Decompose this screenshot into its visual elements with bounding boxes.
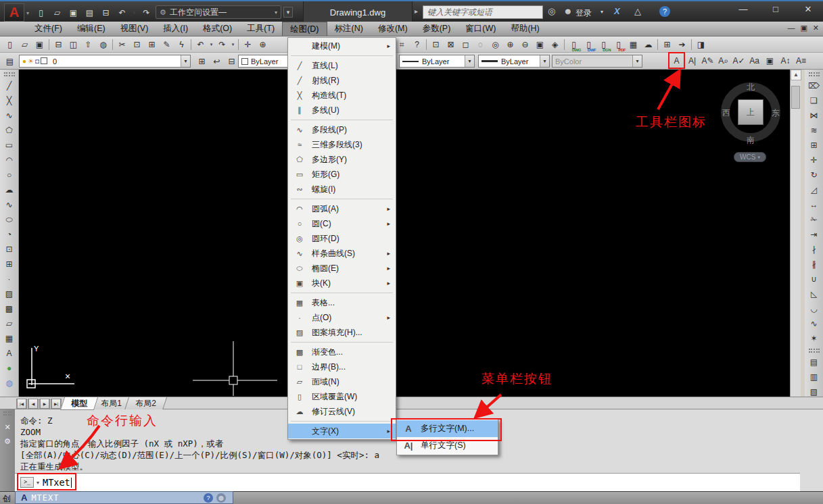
menu-tools[interactable]: 工具(T) <box>239 22 282 36</box>
tab-last-icon[interactable]: ▶| <box>51 399 62 409</box>
tab-layout2[interactable]: 布局2 <box>124 397 167 410</box>
menu-item-ellipse[interactable]: ⬭ 椭圆(E) <box>288 261 396 276</box>
export-dgn-icon[interactable]: ▯DGN <box>596 37 611 51</box>
send-to-back-icon[interactable]: ▥ <box>807 370 822 384</box>
spell-check-icon[interactable]: A✓ <box>732 53 746 68</box>
qat-save-icon[interactable]: ▣ <box>66 5 80 20</box>
zoom-scale-icon[interactable]: ◻ <box>458 37 473 51</box>
zoom-in-icon[interactable]: ⊕ <box>503 37 517 51</box>
tab-first-icon[interactable]: |◀ <box>16 399 27 409</box>
bring-to-front-icon[interactable]: ▤ <box>807 355 822 370</box>
find-text-icon[interactable]: A⌕ <box>716 53 730 68</box>
publish-icon[interactable]: ⇧ <box>81 37 95 51</box>
plot-preview-icon[interactable]: ◫ <box>66 37 80 51</box>
menu-item-rectangle[interactable]: ▭ 矩形(G) <box>288 167 396 182</box>
sign-in-button[interactable]: 登录 <box>575 7 592 19</box>
cut-icon[interactable]: ✂ <box>115 37 129 51</box>
toolbar-grip[interactable] <box>809 72 820 76</box>
arc-icon[interactable]: ◠ <box>2 153 17 168</box>
zoom-window-icon[interactable]: ⊡ <box>429 37 443 51</box>
layer-isolate-icon[interactable]: ⊟ <box>225 54 239 68</box>
fillet-icon[interactable]: ◡ <box>807 301 822 316</box>
help-icon[interactable]: ? <box>659 6 670 17</box>
menu-item-line[interactable]: ╱ 直线(L) <box>288 58 396 73</box>
zoom-extents-icon[interactable]: ◈ <box>548 37 562 51</box>
workspace-dropdown[interactable]: ⚙ 工作空间设置— ▾ <box>156 5 281 19</box>
menu-item-boundary[interactable]: □ 边界(B)... <box>288 359 396 374</box>
viewcube-north[interactable]: 北 <box>747 82 755 93</box>
menu-item-ray[interactable]: ╱ 射线(R) <box>288 73 396 88</box>
app-menu-dropdown-icon[interactable]: ▾ <box>26 10 29 16</box>
zoom-dynamic-icon[interactable]: ⊠ <box>444 37 458 51</box>
menu-item-spline[interactable]: ∿ 样条曲线(S) <box>288 246 396 261</box>
close-icon[interactable]: ✕ <box>4 423 10 432</box>
menu-item-hatch[interactable]: ▨ 图案填充(H)... <box>288 325 396 340</box>
layer-states-icon[interactable]: ⊞ <box>195 54 209 68</box>
menu-item-table[interactable]: ▦ 表格... <box>288 295 396 310</box>
menu-item-region[interactable]: ▱ 面域(N) <box>288 374 396 389</box>
qat-undo-dropdown-icon[interactable]: ▾ <box>131 5 137 20</box>
menu-item-construction-line[interactable]: ╳ 构造线(T) <box>288 88 396 103</box>
scale-text-icon[interactable]: A↕ <box>778 53 793 68</box>
break-at-point-icon[interactable]: ∤ <box>807 242 822 257</box>
menu-item-multiline[interactable]: ∥ 多线(U) <box>288 103 396 118</box>
viewcube-east[interactable]: 东 <box>772 107 780 119</box>
zoom-center-icon[interactable]: ◌ <box>473 37 488 51</box>
a360-icon[interactable]: △ <box>634 6 641 16</box>
export-pdf-icon[interactable]: ▯PDF <box>611 37 626 51</box>
join-icon[interactable]: ∪ <box>807 272 822 286</box>
menu-item-modeling[interactable]: 建模(M) <box>288 39 396 53</box>
menu-item-donut[interactable]: ◎ 圆环(D) <box>288 231 396 246</box>
viewcube-south[interactable]: 南 <box>747 134 755 146</box>
extend-icon[interactable]: ⇥ <box>807 227 822 242</box>
region-icon[interactable]: ▱ <box>2 316 17 331</box>
text-style-icon[interactable]: Aa <box>747 53 761 68</box>
new-icon[interactable]: ▯ <box>3 37 17 51</box>
tab-prev-icon[interactable]: ◀ <box>28 399 39 409</box>
doc-minimize-button[interactable]: — <box>787 24 795 32</box>
mirror-icon[interactable]: ⋈ <box>807 108 822 123</box>
menu-item-circle[interactable]: ○ 圆(C) <box>288 216 396 231</box>
chevron-down-icon[interactable]: ▾ <box>181 55 190 67</box>
qat-undo-icon[interactable]: ↶ <box>115 5 129 20</box>
export-dwf-icon[interactable]: ▯DWF <box>582 37 596 51</box>
construction-line-icon[interactable]: ╳ <box>2 93 17 108</box>
tab-next-icon[interactable]: ▶ <box>39 399 50 409</box>
toolbar-grip[interactable] <box>809 349 820 353</box>
app-logo[interactable]: A <box>4 3 24 22</box>
layer-combo[interactable]: ● ☀ ◘ 0 ▾ <box>19 55 191 68</box>
qat-saveas-icon[interactable]: ▤ <box>83 5 97 20</box>
web-publish-icon[interactable]: ◍ <box>96 37 110 51</box>
mtext-icon[interactable]: A <box>2 346 17 361</box>
polygon-icon[interactable]: ⬠ <box>2 123 17 138</box>
erase-icon[interactable]: ⌦ <box>807 78 822 93</box>
create-block-icon[interactable]: ⊞ <box>2 257 17 272</box>
menu-item-revision-cloud[interactable]: ☁ 修订云线(V) <box>288 404 396 419</box>
minimize-button[interactable]: — <box>734 4 753 14</box>
explode-icon[interactable]: ✶ <box>807 331 822 346</box>
pan-icon[interactable]: ✛ <box>241 37 255 51</box>
single-line-text-icon[interactable]: A| <box>685 53 699 68</box>
toolbar-grip[interactable] <box>4 72 15 76</box>
user-icon[interactable]: ☻ <box>563 6 573 16</box>
vertical-scrollbar[interactable]: ▲ <box>790 70 801 397</box>
menu-item-polygon[interactable]: ⬠ 多边形(Y) <box>288 152 396 167</box>
justify-text-icon[interactable]: A≡ <box>794 53 808 68</box>
menu-item-point[interactable]: ∙ 点(O) <box>288 310 396 325</box>
qat-redo-icon[interactable]: ↷ <box>139 5 154 20</box>
command-autocomplete[interactable]: A MTEXT ? ◍ <box>15 491 233 504</box>
blue-indicator-icon[interactable]: ◍ <box>2 376 17 390</box>
command-window-grip[interactable] <box>3 411 11 415</box>
menu-file[interactable]: 文件(F) <box>27 22 70 36</box>
maximize-button[interactable]: □ <box>766 4 785 14</box>
menu-view[interactable]: 视图(V) <box>113 22 156 36</box>
submenu-item-multiline-text[interactable]: A 多行文字(M)... <box>397 420 498 437</box>
scroll-up-button[interactable]: ▲ <box>791 70 801 80</box>
menu-modify[interactable]: 修改(M) <box>371 22 415 36</box>
scale-icon[interactable]: ◿ <box>807 182 822 197</box>
exchange-apps-icon[interactable]: X <box>614 6 620 16</box>
chevron-down-icon[interactable]: ▾ <box>465 55 474 67</box>
menu-item-block[interactable]: ▣ 块(K) <box>288 276 396 291</box>
layer-previous-icon[interactable]: ↩ <box>210 54 224 68</box>
search-input[interactable] <box>423 5 543 19</box>
